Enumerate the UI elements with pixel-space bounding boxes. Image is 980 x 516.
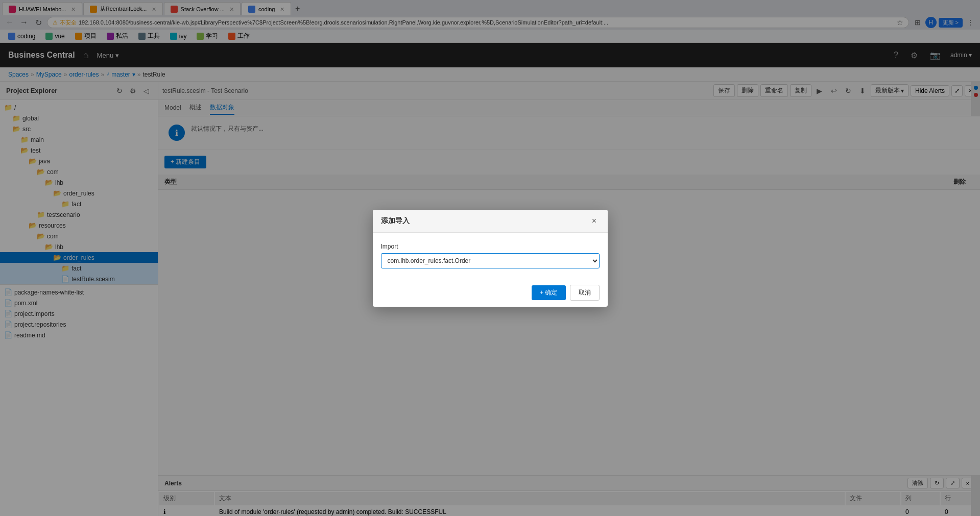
cancel-button[interactable]: 取消 [570, 285, 600, 301]
import-select[interactable]: com.lhb.order_rules.fact.Order [381, 253, 600, 268]
import-label: Import [381, 243, 600, 250]
add-import-modal: 添加导入 × Import com.lhb.order_rules.fact.O… [373, 210, 608, 307]
confirm-button[interactable]: + 确定 [532, 285, 565, 300]
modal-body: Import com.lhb.order_rules.fact.Order [373, 233, 608, 279]
modal-title: 添加导入 [381, 216, 410, 226]
modal-footer: + 确定 取消 [373, 279, 608, 307]
modal-overlay[interactable]: 添加导入 × Import com.lhb.order_rules.fact.O… [0, 0, 980, 516]
modal-header: 添加导入 × [373, 210, 608, 233]
modal-close-button[interactable]: × [589, 216, 600, 226]
